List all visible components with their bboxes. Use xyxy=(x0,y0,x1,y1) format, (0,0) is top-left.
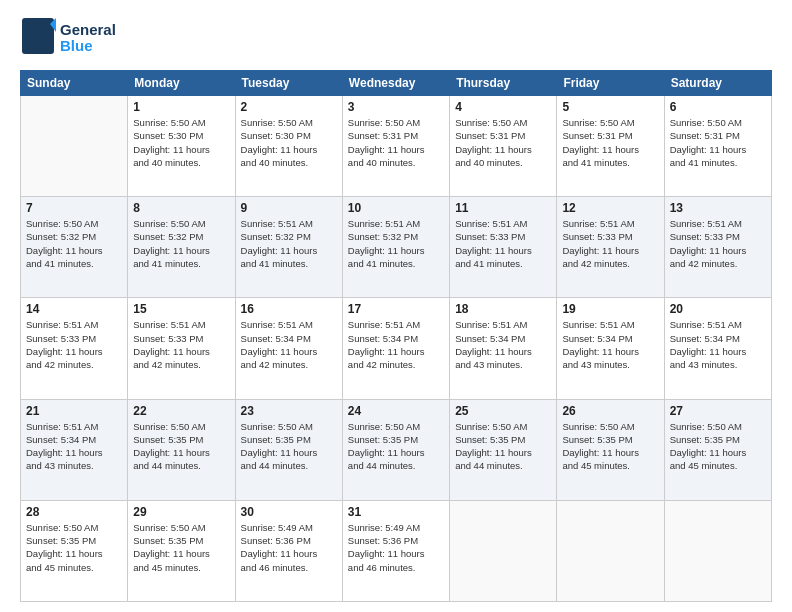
cell-content: Sunrise: 5:51 AMSunset: 5:34 PMDaylight:… xyxy=(455,318,551,371)
calendar-cell xyxy=(21,96,128,197)
cell-content: Sunrise: 5:51 AMSunset: 5:34 PMDaylight:… xyxy=(348,318,444,371)
cell-content: Sunrise: 5:50 AMSunset: 5:30 PMDaylight:… xyxy=(133,116,229,169)
calendar-cell: 19Sunrise: 5:51 AMSunset: 5:34 PMDayligh… xyxy=(557,298,664,399)
cell-content: Sunrise: 5:51 AMSunset: 5:34 PMDaylight:… xyxy=(26,420,122,473)
calendar-week-1: 1Sunrise: 5:50 AMSunset: 5:30 PMDaylight… xyxy=(21,96,772,197)
svg-rect-0 xyxy=(22,18,54,54)
calendar-week-4: 21Sunrise: 5:51 AMSunset: 5:34 PMDayligh… xyxy=(21,399,772,500)
cell-content: Sunrise: 5:51 AMSunset: 5:33 PMDaylight:… xyxy=(26,318,122,371)
day-number: 21 xyxy=(26,404,122,418)
day-number: 22 xyxy=(133,404,229,418)
cell-content: Sunrise: 5:50 AMSunset: 5:31 PMDaylight:… xyxy=(670,116,766,169)
calendar-cell: 5Sunrise: 5:50 AMSunset: 5:31 PMDaylight… xyxy=(557,96,664,197)
calendar-cell: 3Sunrise: 5:50 AMSunset: 5:31 PMDaylight… xyxy=(342,96,449,197)
page: General Blue SundayMondayTuesdayWednesda… xyxy=(0,0,792,612)
day-number: 10 xyxy=(348,201,444,215)
day-number: 14 xyxy=(26,302,122,316)
calendar-cell: 1Sunrise: 5:50 AMSunset: 5:30 PMDaylight… xyxy=(128,96,235,197)
day-number: 26 xyxy=(562,404,658,418)
cell-content: Sunrise: 5:51 AMSunset: 5:32 PMDaylight:… xyxy=(348,217,444,270)
cell-content: Sunrise: 5:50 AMSunset: 5:35 PMDaylight:… xyxy=(348,420,444,473)
cell-content: Sunrise: 5:50 AMSunset: 5:30 PMDaylight:… xyxy=(241,116,337,169)
cell-content: Sunrise: 5:50 AMSunset: 5:31 PMDaylight:… xyxy=(562,116,658,169)
calendar-cell: 4Sunrise: 5:50 AMSunset: 5:31 PMDaylight… xyxy=(450,96,557,197)
day-number: 2 xyxy=(241,100,337,114)
calendar-cell: 12Sunrise: 5:51 AMSunset: 5:33 PMDayligh… xyxy=(557,197,664,298)
weekday-header-row: SundayMondayTuesdayWednesdayThursdayFrid… xyxy=(21,71,772,96)
cell-content: Sunrise: 5:50 AMSunset: 5:32 PMDaylight:… xyxy=(26,217,122,270)
day-number: 30 xyxy=(241,505,337,519)
calendar-cell xyxy=(664,500,771,601)
cell-content: Sunrise: 5:50 AMSunset: 5:35 PMDaylight:… xyxy=(455,420,551,473)
day-number: 27 xyxy=(670,404,766,418)
cell-content: Sunrise: 5:50 AMSunset: 5:35 PMDaylight:… xyxy=(133,420,229,473)
calendar-cell xyxy=(557,500,664,601)
day-number: 24 xyxy=(348,404,444,418)
weekday-header-sunday: Sunday xyxy=(21,71,128,96)
weekday-header-saturday: Saturday xyxy=(664,71,771,96)
calendar-cell: 31Sunrise: 5:49 AMSunset: 5:36 PMDayligh… xyxy=(342,500,449,601)
weekday-header-monday: Monday xyxy=(128,71,235,96)
day-number: 4 xyxy=(455,100,551,114)
cell-content: Sunrise: 5:51 AMSunset: 5:33 PMDaylight:… xyxy=(562,217,658,270)
day-number: 23 xyxy=(241,404,337,418)
day-number: 12 xyxy=(562,201,658,215)
calendar-week-3: 14Sunrise: 5:51 AMSunset: 5:33 PMDayligh… xyxy=(21,298,772,399)
calendar-cell: 24Sunrise: 5:50 AMSunset: 5:35 PMDayligh… xyxy=(342,399,449,500)
calendar-cell: 6Sunrise: 5:50 AMSunset: 5:31 PMDaylight… xyxy=(664,96,771,197)
day-number: 13 xyxy=(670,201,766,215)
calendar-cell xyxy=(450,500,557,601)
calendar-cell: 28Sunrise: 5:50 AMSunset: 5:35 PMDayligh… xyxy=(21,500,128,601)
calendar-cell: 21Sunrise: 5:51 AMSunset: 5:34 PMDayligh… xyxy=(21,399,128,500)
calendar-cell: 22Sunrise: 5:50 AMSunset: 5:35 PMDayligh… xyxy=(128,399,235,500)
cell-content: Sunrise: 5:51 AMSunset: 5:34 PMDaylight:… xyxy=(670,318,766,371)
day-number: 18 xyxy=(455,302,551,316)
calendar-cell: 14Sunrise: 5:51 AMSunset: 5:33 PMDayligh… xyxy=(21,298,128,399)
day-number: 1 xyxy=(133,100,229,114)
day-number: 5 xyxy=(562,100,658,114)
day-number: 31 xyxy=(348,505,444,519)
logo: General Blue xyxy=(20,16,116,60)
weekday-header-friday: Friday xyxy=(557,71,664,96)
day-number: 9 xyxy=(241,201,337,215)
calendar-table: SundayMondayTuesdayWednesdayThursdayFrid… xyxy=(20,70,772,602)
calendar-cell: 29Sunrise: 5:50 AMSunset: 5:35 PMDayligh… xyxy=(128,500,235,601)
calendar-cell: 9Sunrise: 5:51 AMSunset: 5:32 PMDaylight… xyxy=(235,197,342,298)
cell-content: Sunrise: 5:50 AMSunset: 5:32 PMDaylight:… xyxy=(133,217,229,270)
cell-content: Sunrise: 5:49 AMSunset: 5:36 PMDaylight:… xyxy=(348,521,444,574)
calendar-cell: 26Sunrise: 5:50 AMSunset: 5:35 PMDayligh… xyxy=(557,399,664,500)
calendar-cell: 25Sunrise: 5:50 AMSunset: 5:35 PMDayligh… xyxy=(450,399,557,500)
calendar-cell: 7Sunrise: 5:50 AMSunset: 5:32 PMDaylight… xyxy=(21,197,128,298)
calendar-cell: 8Sunrise: 5:50 AMSunset: 5:32 PMDaylight… xyxy=(128,197,235,298)
day-number: 8 xyxy=(133,201,229,215)
cell-content: Sunrise: 5:50 AMSunset: 5:31 PMDaylight:… xyxy=(348,116,444,169)
day-number: 16 xyxy=(241,302,337,316)
day-number: 19 xyxy=(562,302,658,316)
day-number: 7 xyxy=(26,201,122,215)
day-number: 6 xyxy=(670,100,766,114)
calendar-cell: 17Sunrise: 5:51 AMSunset: 5:34 PMDayligh… xyxy=(342,298,449,399)
calendar-cell: 27Sunrise: 5:50 AMSunset: 5:35 PMDayligh… xyxy=(664,399,771,500)
logo-text: General Blue xyxy=(60,22,116,55)
logo-icon xyxy=(20,16,56,60)
day-number: 3 xyxy=(348,100,444,114)
calendar-cell: 18Sunrise: 5:51 AMSunset: 5:34 PMDayligh… xyxy=(450,298,557,399)
day-number: 29 xyxy=(133,505,229,519)
cell-content: Sunrise: 5:50 AMSunset: 5:35 PMDaylight:… xyxy=(670,420,766,473)
weekday-header-tuesday: Tuesday xyxy=(235,71,342,96)
calendar-week-5: 28Sunrise: 5:50 AMSunset: 5:35 PMDayligh… xyxy=(21,500,772,601)
weekday-header-wednesday: Wednesday xyxy=(342,71,449,96)
calendar-cell: 30Sunrise: 5:49 AMSunset: 5:36 PMDayligh… xyxy=(235,500,342,601)
cell-content: Sunrise: 5:50 AMSunset: 5:35 PMDaylight:… xyxy=(562,420,658,473)
cell-content: Sunrise: 5:50 AMSunset: 5:35 PMDaylight:… xyxy=(26,521,122,574)
cell-content: Sunrise: 5:50 AMSunset: 5:31 PMDaylight:… xyxy=(455,116,551,169)
weekday-header-thursday: Thursday xyxy=(450,71,557,96)
cell-content: Sunrise: 5:51 AMSunset: 5:33 PMDaylight:… xyxy=(133,318,229,371)
cell-content: Sunrise: 5:51 AMSunset: 5:33 PMDaylight:… xyxy=(455,217,551,270)
day-number: 25 xyxy=(455,404,551,418)
calendar-cell: 20Sunrise: 5:51 AMSunset: 5:34 PMDayligh… xyxy=(664,298,771,399)
calendar-cell: 10Sunrise: 5:51 AMSunset: 5:32 PMDayligh… xyxy=(342,197,449,298)
day-number: 17 xyxy=(348,302,444,316)
calendar-cell: 13Sunrise: 5:51 AMSunset: 5:33 PMDayligh… xyxy=(664,197,771,298)
day-number: 28 xyxy=(26,505,122,519)
